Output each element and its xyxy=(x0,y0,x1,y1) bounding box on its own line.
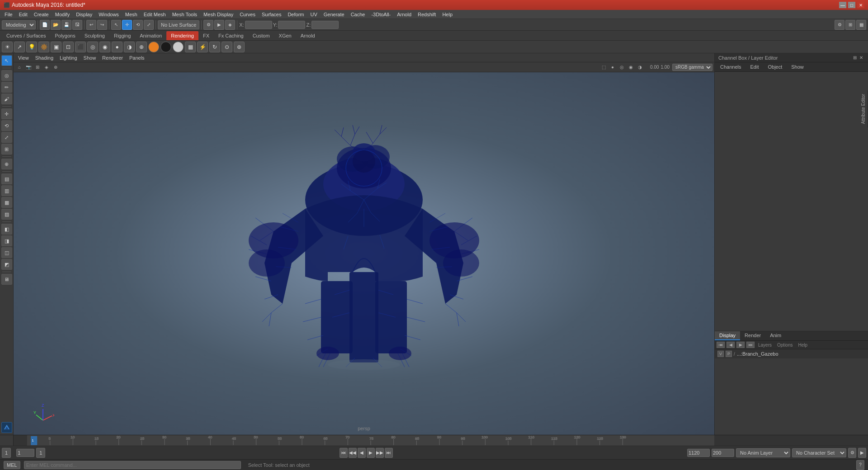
playback-speed-btn[interactable]: ▶ xyxy=(858,448,866,458)
vp-isolate[interactable]: ◉ xyxy=(627,63,635,71)
menu-mesh-tools[interactable]: Mesh Tools xyxy=(170,11,200,18)
layer-btn-2[interactable]: ◀ xyxy=(726,342,735,348)
y-input[interactable] xyxy=(278,21,305,29)
shelf-icon-4[interactable]: 🔆 xyxy=(38,42,49,52)
menu-uv[interactable]: UV xyxy=(307,11,320,18)
menu-surfaces[interactable]: Surfaces xyxy=(259,11,284,18)
shelf-icon-13[interactable] xyxy=(148,42,159,52)
view-tool-1[interactable]: 🖥 xyxy=(1,274,12,285)
options-btn[interactable]: ⚙ xyxy=(848,448,856,458)
shelf-icon-8[interactable]: ◎ xyxy=(87,42,98,52)
shelf-icon-16[interactable]: ▦ xyxy=(185,42,196,52)
help-line-btn[interactable]: ? xyxy=(856,460,864,470)
grid-tool-4[interactable]: ▨ xyxy=(1,209,12,220)
mel-label[interactable]: MEL xyxy=(4,461,20,469)
vp-menu-show[interactable]: Show xyxy=(81,54,99,61)
move-tool-left[interactable]: ✛ xyxy=(1,108,12,119)
prev-frame-btn[interactable]: ◀ xyxy=(358,448,366,458)
menu-redshift[interactable]: Redshift xyxy=(415,11,439,18)
tab-object[interactable]: Object xyxy=(764,63,786,70)
gamma-select[interactable]: sRGB gamma xyxy=(672,64,712,71)
shelf-icon-9[interactable]: ◉ xyxy=(99,42,110,52)
transform-tool[interactable]: ⊞ xyxy=(1,144,12,155)
save-all-btn[interactable]: 🖫 xyxy=(72,20,82,30)
select-tool[interactable]: ↖ xyxy=(1,55,12,66)
lasso-tool[interactable]: ◎ xyxy=(1,70,12,81)
menu-edit-mesh[interactable]: Edit Mesh xyxy=(141,11,169,18)
shelf-icon-3[interactable]: 💡 xyxy=(26,42,37,52)
menu-3dto-all[interactable]: -3DtoAll- xyxy=(368,11,393,18)
render-settings-btn[interactable]: ⚙ xyxy=(203,20,213,30)
shelf-icon-17[interactable]: ⚡ xyxy=(197,42,208,52)
shelf-icon-1[interactable]: ☀ xyxy=(2,42,13,52)
grid-tool-1[interactable]: ▤ xyxy=(1,174,12,184)
tab-display[interactable]: Display xyxy=(715,331,740,340)
frame-range-start[interactable] xyxy=(687,449,710,457)
menu-deform[interactable]: Deform xyxy=(285,11,307,18)
open-btn[interactable]: 📂 xyxy=(51,20,61,30)
prev-key-btn[interactable]: ◀◀ xyxy=(349,448,357,458)
menu-windows[interactable]: Windows xyxy=(96,11,122,18)
redo-btn[interactable]: ↪ xyxy=(97,20,107,30)
render-btn[interactable]: ▶ xyxy=(214,20,224,30)
paint-tool[interactable]: ✏ xyxy=(1,82,12,93)
attribute-editor-tab[interactable]: Attribute Editor xyxy=(860,90,868,127)
rotate-tool-left[interactable]: ⟲ xyxy=(1,120,12,131)
menu-mesh[interactable]: Mesh xyxy=(123,11,140,18)
tab-edit[interactable]: Edit xyxy=(746,63,762,70)
layer-btn-3[interactable]: ▶ xyxy=(736,342,745,348)
layer-btn-4[interactable]: ⏭ xyxy=(746,342,755,348)
tab-channels[interactable]: Channels xyxy=(717,63,745,70)
minimize-button[interactable]: — xyxy=(839,2,846,8)
ipr-btn[interactable]: ◈ xyxy=(225,20,235,30)
move-btn[interactable]: ✛ xyxy=(122,20,132,30)
timeline-ruler[interactable]: 5 10 15 20 25 30 35 40 45 50 55 60 65 70… xyxy=(27,435,714,446)
vp-xray[interactable]: ◑ xyxy=(636,63,644,71)
tab-polygons[interactable]: Polygons xyxy=(50,31,80,40)
next-frame-btn[interactable]: ▶▶ xyxy=(376,448,384,458)
vp-home[interactable]: ⌂ xyxy=(15,63,24,71)
shelf-icon-18[interactable]: ↻ xyxy=(209,42,220,52)
frame-start-btn[interactable]: 1 xyxy=(2,448,11,458)
viewport-3d[interactable]: X Y Z persp xyxy=(14,72,714,435)
select-btn[interactable]: ↖ xyxy=(111,20,121,30)
menu-file[interactable]: File xyxy=(2,11,15,18)
vp-wireframe[interactable]: ⬚ xyxy=(599,63,608,71)
z-input[interactable] xyxy=(311,21,339,29)
go-end-btn[interactable]: ⏭ xyxy=(385,448,393,458)
tab-arnold[interactable]: Arnold xyxy=(296,31,320,40)
vp-menu-renderer[interactable]: Renderer xyxy=(99,54,126,61)
menu-generate[interactable]: Generate xyxy=(321,11,347,18)
menu-mesh-display[interactable]: Mesh Display xyxy=(201,11,236,18)
vp-menu-shading[interactable]: Shading xyxy=(33,54,56,61)
menu-create[interactable]: Create xyxy=(31,11,52,18)
tab-render[interactable]: Render xyxy=(740,331,765,340)
special-tool-4[interactable]: ◩ xyxy=(1,259,12,270)
tab-rigging[interactable]: Rigging xyxy=(109,31,135,40)
menu-arnold[interactable]: Arnold xyxy=(394,11,414,18)
no-live-surface-btn[interactable]: No Live Surface xyxy=(158,20,199,29)
menu-display[interactable]: Display xyxy=(73,11,95,18)
maya-icon[interactable] xyxy=(1,422,12,433)
help-label[interactable]: Help xyxy=(798,343,807,348)
tab-anim[interactable]: Anim xyxy=(765,331,786,340)
tab-custom[interactable]: Custom xyxy=(248,31,274,40)
menu-edit[interactable]: Edit xyxy=(16,11,30,18)
tab-show[interactable]: Show xyxy=(788,63,807,70)
shelf-icon-6[interactable]: ⊡ xyxy=(63,42,74,52)
shelf-icon-14[interactable] xyxy=(160,42,171,52)
header-icon-1[interactable]: ⊞ xyxy=(853,55,857,60)
save-btn[interactable]: 💾 xyxy=(61,20,71,30)
vp-render[interactable]: ◎ xyxy=(618,63,626,71)
tab-xgen[interactable]: XGen xyxy=(274,31,296,40)
tab-animation[interactable]: Animation xyxy=(135,31,166,40)
scale-btn[interactable]: ⤢ xyxy=(144,20,154,30)
tab-curves-surfaces[interactable]: Curves / Surfaces xyxy=(2,31,50,40)
snap-tool[interactable]: ⊕ xyxy=(1,159,12,169)
go-start-btn[interactable]: ⏮ xyxy=(340,448,348,458)
anim-layer-select[interactable]: No Anim Layer xyxy=(736,448,790,457)
menu-cache[interactable]: Cache xyxy=(348,11,368,18)
undo-btn[interactable]: ↩ xyxy=(86,20,96,30)
shelf-icon-5[interactable]: ▣ xyxy=(51,42,61,52)
vp-menu-panels[interactable]: Panels xyxy=(127,54,147,61)
